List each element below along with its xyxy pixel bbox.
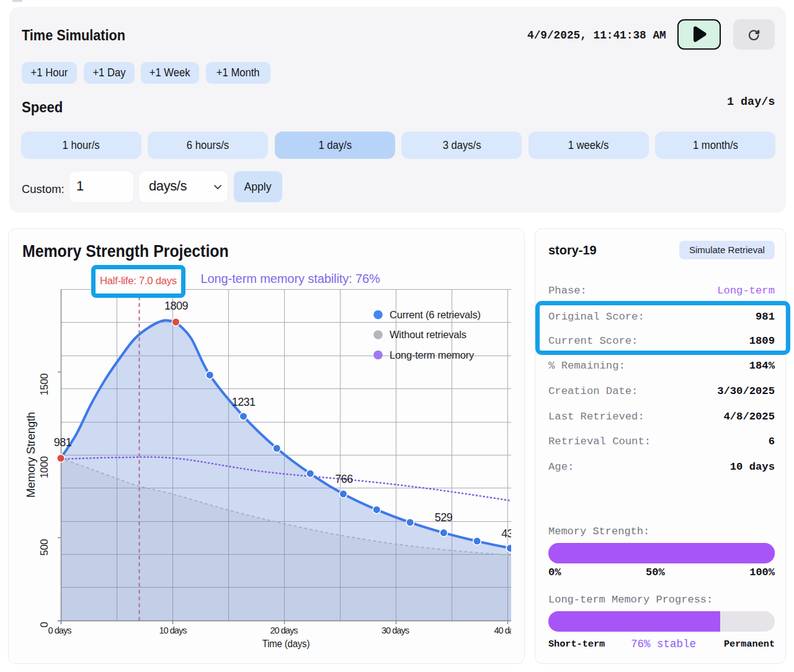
svg-text:1500: 1500	[38, 374, 50, 396]
svg-text:Memory Strength: Memory Strength	[24, 412, 37, 498]
svg-text:432: 432	[501, 527, 519, 540]
svg-text:981: 981	[54, 436, 72, 449]
svg-text:500: 500	[38, 539, 50, 556]
svg-text:20 days: 20 days	[270, 625, 298, 635]
svg-text:30 days: 30 days	[381, 625, 409, 635]
svg-text:529: 529	[435, 511, 453, 524]
svg-text:Without retrievals: Without retrievals	[390, 329, 466, 340]
svg-text:1000: 1000	[38, 456, 50, 478]
svg-text:Time (days): Time (days)	[262, 638, 310, 649]
svg-text:766: 766	[335, 473, 353, 485]
svg-text:1809: 1809	[164, 300, 188, 312]
svg-text:Current (6 retrievals): Current (6 retrievals)	[390, 309, 481, 320]
svg-text:Long-term memory: Long-term memory	[390, 349, 475, 361]
svg-text:1231: 1231	[232, 396, 256, 408]
svg-text:0 days: 0 days	[48, 625, 71, 635]
svg-text:40 days: 40 days	[494, 625, 522, 635]
svg-text:10 days: 10 days	[159, 625, 187, 635]
svg-text:0: 0	[38, 622, 50, 627]
